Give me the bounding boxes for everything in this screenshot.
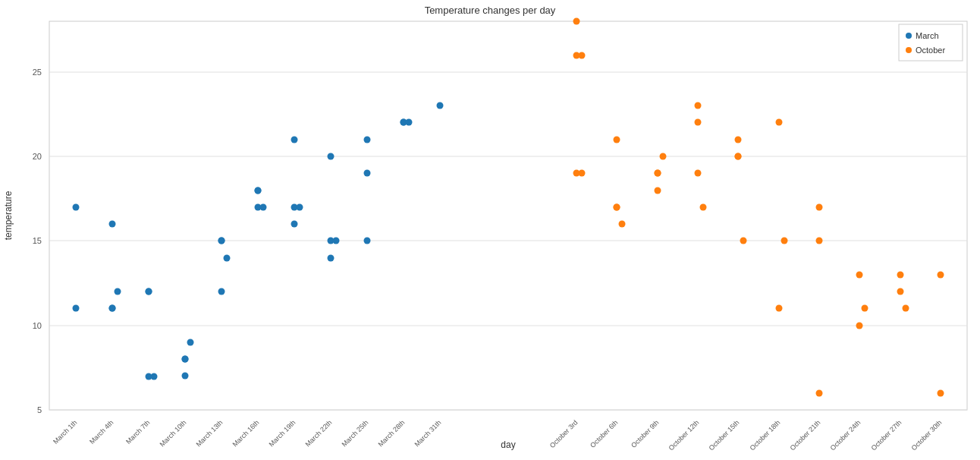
march-point [255,187,262,194]
march-point [109,221,116,228]
svg-text:25: 25 [33,68,42,77]
oct-point [655,187,661,194]
oct-point [614,204,620,211]
march-point [260,204,267,211]
march-point [146,288,152,295]
oct-point [700,204,707,211]
march-point [151,373,158,380]
oct-point [776,305,783,312]
oct-point [897,272,904,279]
march-point [364,238,371,244]
march-point [291,137,298,143]
march-point [406,119,413,126]
march-point [73,204,80,211]
oct-point [816,204,823,211]
oct-point [695,119,702,126]
chart-title: Temperature changes per day [425,5,556,16]
oct-point [579,170,586,177]
svg-text:15: 15 [33,236,42,245]
oct-point [816,238,823,244]
oct-point [740,238,747,244]
oct-point [579,52,586,59]
march-point [364,137,371,143]
march-point [364,170,371,177]
oct-point [897,288,904,295]
x-axis-label: day [501,440,515,450]
march-point [333,238,340,244]
oct-point [695,102,702,109]
chart-container: Temperature changes per day temperature … [0,0,980,460]
march-point [437,102,444,109]
oct-point [614,137,620,143]
march-point [73,305,80,312]
oct-point [781,238,788,244]
march-point [182,373,189,380]
oct-point [862,305,868,312]
scatter-chart: Temperature changes per day temperature … [0,0,980,460]
oct-point [660,153,667,160]
oct-point [938,390,944,397]
oct-point [816,390,823,397]
oct-point [903,305,909,312]
march-point [291,221,298,228]
svg-text:5: 5 [37,405,42,414]
legend-box [899,24,963,61]
march-point [187,339,194,346]
oct-point [735,153,742,160]
march-point [218,238,225,244]
oct-point [655,170,661,177]
oct-point [856,323,863,329]
march-point [328,255,335,262]
oct-point [619,221,626,228]
march-point [109,305,116,312]
oct-point [776,119,783,126]
legend-march-label: March [916,31,939,40]
svg-rect-1 [49,21,967,410]
legend-october-label: October [916,46,945,55]
y-axis-label: temperature [3,191,14,240]
march-point [224,255,231,262]
oct-point [573,18,580,25]
march-point [297,204,303,211]
legend-march-dot [906,33,912,39]
svg-text:20: 20 [33,152,42,161]
oct-point [695,170,702,177]
march-point [218,288,225,295]
oct-point [938,272,944,279]
march-point [328,153,335,160]
svg-text:10: 10 [33,321,42,330]
march-point [182,356,189,363]
oct-point [856,272,863,279]
legend-october-dot [906,47,912,53]
march-point [115,288,121,295]
oct-point [735,137,742,143]
